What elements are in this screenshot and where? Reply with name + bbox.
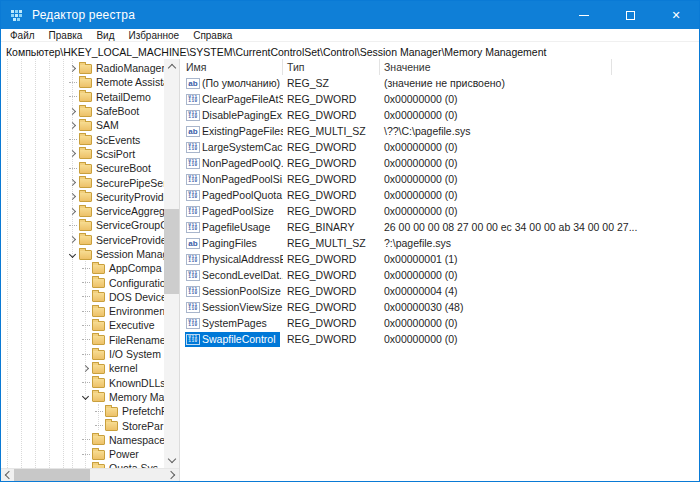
maximize-button[interactable] <box>607 1 653 29</box>
column-header-value[interactable]: Значение <box>380 59 612 75</box>
tree-item[interactable]: Namespace <box>1 433 164 447</box>
registry-value-row[interactable]: abPagingFilesREG_MULTI_SZ?:\pagefile.sys <box>182 235 699 251</box>
tree-item[interactable]: Environmen <box>1 304 164 318</box>
chevron-right-icon[interactable] <box>69 107 76 114</box>
tree-item[interactable]: ServiceProvide <box>1 233 164 247</box>
registry-value-row[interactable]: ab(По умолчанию)REG_SZ(значение не присв… <box>182 75 699 91</box>
registry-value-row[interactable]: abExistingPageFilesREG_MULTI_SZ\??\C:\pa… <box>182 123 699 139</box>
chevron-right-icon[interactable] <box>69 208 76 215</box>
value-name: SwapfileControl <box>200 333 278 345</box>
value-data: 0x00000030 (48) <box>380 301 699 313</box>
column-header-name[interactable]: Имя <box>182 59 283 75</box>
tree-item[interactable]: StorePar <box>1 418 164 432</box>
registry-app-icon <box>10 8 25 23</box>
registry-value-row[interactable]: 011110SessionPoolSizeREG_DWORD0x00000004… <box>182 283 699 299</box>
registry-value-row[interactable]: 011110PagefileUsageREG_BINARY26 00 00 00… <box>182 219 699 235</box>
column-header-type[interactable]: Тип <box>283 59 380 75</box>
tree-item[interactable]: SecurityProvide <box>1 190 164 204</box>
registry-value-row[interactable]: 011110DisablePagingEx...REG_DWORD0x00000… <box>182 107 699 123</box>
tree-item[interactable]: Memory Ma <box>1 390 164 404</box>
tree-item[interactable]: Power <box>1 447 164 461</box>
string-value-icon: ab <box>186 238 200 249</box>
registry-editor-window: Редактор реестра ✕ ФайлПравкаВидИзбранно… <box>0 0 700 482</box>
tree-item[interactable]: SafeBoot <box>1 104 164 118</box>
horizontal-scroll-thumb[interactable] <box>14 469 90 481</box>
folder-icon <box>79 178 92 188</box>
tree-item[interactable]: DOS Device <box>1 290 164 304</box>
chevron-right-icon[interactable] <box>69 65 76 72</box>
scroll-down-button[interactable] <box>164 453 179 468</box>
tree-item[interactable]: PrefetchP <box>1 404 164 418</box>
menu-item-view[interactable]: Вид <box>89 30 121 41</box>
value-name: LargeSystemCac... <box>200 141 283 153</box>
chevron-right-icon[interactable] <box>69 122 76 129</box>
value-type: REG_BINARY <box>283 221 380 233</box>
folder-icon <box>79 64 92 74</box>
menu-item-help[interactable]: Справка <box>186 30 239 41</box>
value-type: REG_DWORD <box>283 285 380 297</box>
tree-item[interactable]: ServiceGroupO <box>1 218 164 232</box>
tree-item-label: SecureBoot <box>96 162 151 174</box>
chevron-down-icon[interactable] <box>69 250 76 257</box>
value-name: SessionViewSize <box>200 301 283 313</box>
registry-value-row[interactable]: 011110SystemPagesREG_DWORD0x00000000 (0) <box>182 315 699 331</box>
registry-value-row[interactable]: 011110NonPagedPoolSi...REG_DWORD0x000000… <box>182 171 699 187</box>
registry-value-row[interactable]: 011110SessionViewSizeREG_DWORD0x00000030… <box>182 299 699 315</box>
menu-item-file[interactable]: Файл <box>3 30 42 41</box>
registry-value-row[interactable]: 011110PhysicalAddressE...REG_DWORD0x0000… <box>182 251 699 267</box>
tree-item[interactable]: Session Manag <box>1 247 164 261</box>
registry-value-row[interactable]: 011110PagedPoolSizeREG_DWORD0x00000000 (… <box>182 203 699 219</box>
chevron-right-icon[interactable] <box>69 150 76 157</box>
registry-value-row[interactable]: 011110NonPagedPoolQ...REG_DWORD0x0000000… <box>182 155 699 171</box>
tree-item[interactable]: Quota Sys <box>1 461 164 468</box>
tree-item[interactable]: SecurePipeSer <box>1 175 164 189</box>
tree-item[interactable]: AppCompa <box>1 261 164 275</box>
chevron-right-icon[interactable] <box>69 179 76 186</box>
tree-item-label: KnownDLLs <box>109 377 164 389</box>
tree-item[interactable]: ServiceAggreg <box>1 204 164 218</box>
tree-item[interactable]: Executive <box>1 318 164 332</box>
tree-item[interactable]: SAM <box>1 118 164 132</box>
tree-vertical-scrollbar[interactable] <box>164 59 179 468</box>
tree-horizontal-scrollbar[interactable] <box>1 468 179 481</box>
tree-item[interactable]: RadioManager <box>1 61 164 75</box>
registry-value-row[interactable]: 011110ClearPageFileAtS...REG_DWORD0x0000… <box>182 91 699 107</box>
registry-value-row[interactable]: 011110SwapfileControlREG_DWORD0x00000000… <box>182 331 699 347</box>
tree-item[interactable]: ScsiPort <box>1 147 164 161</box>
value-data: 0x00000000 (0) <box>380 317 699 329</box>
folder-icon <box>92 435 105 445</box>
tree-item[interactable]: RetailDemo <box>1 90 164 104</box>
tree-item[interactable]: kernel <box>1 361 164 375</box>
tree-connector <box>82 296 90 297</box>
folder-icon <box>92 278 105 288</box>
tree-item[interactable]: SecureBoot <box>1 161 164 175</box>
chevron-right-icon[interactable] <box>69 193 76 200</box>
tree-item-label: AppCompa <box>109 262 162 274</box>
close-icon: ✕ <box>671 10 680 21</box>
chevron-right-icon[interactable] <box>82 365 89 372</box>
chevron-down-icon <box>167 455 175 463</box>
tree-connector <box>95 425 103 426</box>
menu-item-favorites[interactable]: Избранное <box>121 30 186 41</box>
chevron-down-icon[interactable] <box>82 393 89 400</box>
registry-value-row[interactable]: 011110LargeSystemCac...REG_DWORD0x000000… <box>182 139 699 155</box>
registry-value-row[interactable]: 011110SecondLevelDat...REG_DWORD0x000000… <box>182 267 699 283</box>
tree-item[interactable]: I/O System <box>1 347 164 361</box>
menu-item-edit[interactable]: Правка <box>42 30 90 41</box>
scroll-left-button[interactable] <box>1 469 14 481</box>
tree-item[interactable]: Remote Assista <box>1 75 164 89</box>
tree-item[interactable]: ScEvents <box>1 132 164 146</box>
tree-item[interactable]: KnownDLLs <box>1 376 164 390</box>
scroll-up-button[interactable] <box>164 59 179 74</box>
tree-item[interactable]: FileRename <box>1 333 164 347</box>
scroll-right-button[interactable] <box>166 469 179 481</box>
binary-value-icon: 011110 <box>186 254 200 265</box>
tree-connector <box>82 354 90 355</box>
registry-value-row[interactable]: 011110PagedPoolQuotaREG_DWORD0x00000000 … <box>182 187 699 203</box>
tree-item[interactable]: Configuratio <box>1 275 164 289</box>
chevron-right-icon[interactable] <box>69 236 76 243</box>
vertical-scroll-thumb[interactable] <box>164 209 179 294</box>
minimize-button[interactable] <box>561 1 607 29</box>
folder-icon <box>105 421 118 431</box>
close-button[interactable]: ✕ <box>653 1 699 29</box>
